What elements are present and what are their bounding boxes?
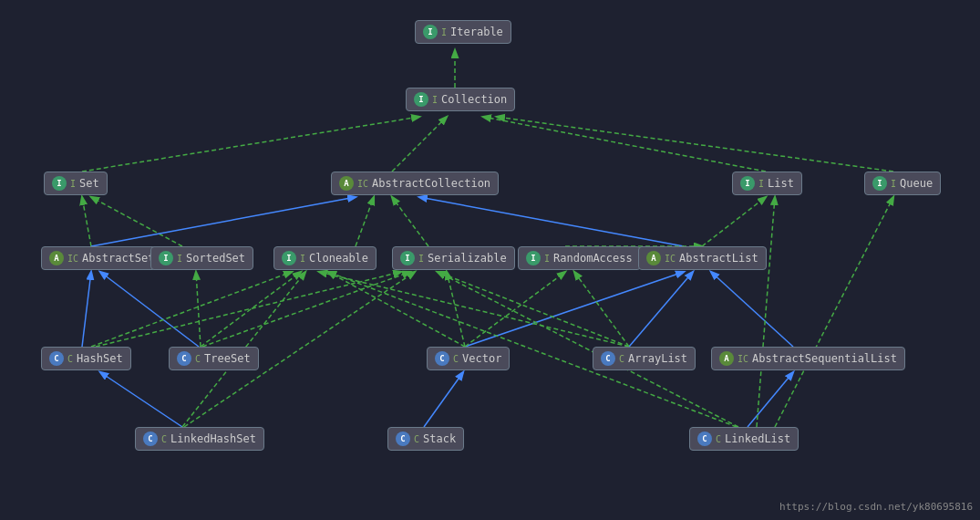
- icon-Cloneable: I: [282, 251, 296, 265]
- icon-AbstractCollection: A: [339, 176, 354, 191]
- svg-line-8: [356, 197, 374, 246]
- svg-line-7: [91, 197, 356, 246]
- svg-line-17: [100, 372, 182, 427]
- icon-Queue: I: [872, 176, 887, 191]
- svg-line-16: [100, 272, 199, 347]
- icon-ArrayList: C: [601, 351, 615, 366]
- tag-SortedSet: I: [177, 254, 182, 264]
- svg-line-1: [82, 117, 419, 172]
- node-SortedSet: IISortedSet: [150, 246, 253, 270]
- label-List: List: [768, 177, 794, 190]
- node-Queue: IIQueue: [864, 172, 941, 195]
- icon-AbstractList: A: [646, 251, 661, 265]
- svg-line-15: [196, 272, 201, 347]
- svg-line-34: [96, 272, 401, 347]
- icon-RandomAccess: I: [526, 251, 541, 265]
- icon-AbstractSequentialList: A: [719, 351, 734, 366]
- svg-line-22: [424, 372, 463, 427]
- node-ArrayList: CCArrayList: [593, 347, 696, 370]
- svg-line-19: [328, 272, 465, 347]
- label-TreeSet: TreeSet: [204, 352, 251, 365]
- label-Collection: Collection: [441, 93, 507, 106]
- label-Serializable: Serializable: [428, 252, 507, 265]
- icon-Collection: I: [414, 92, 428, 107]
- icon-SortedSet: I: [159, 251, 173, 265]
- icon-LinkedHashSet: C: [143, 432, 158, 446]
- tag-ArrayList: C: [619, 354, 624, 364]
- icon-HashSet: C: [49, 351, 64, 366]
- tag-Set: I: [70, 179, 76, 189]
- label-Iterable: Iterable: [450, 26, 503, 38]
- icon-TreeSet: C: [177, 351, 191, 366]
- svg-line-20: [447, 272, 465, 347]
- tag-List: I: [758, 179, 764, 189]
- svg-line-28: [748, 372, 793, 427]
- svg-line-9: [392, 197, 428, 246]
- tag-HashSet: C: [67, 354, 73, 364]
- label-Cloneable: Cloneable: [309, 252, 368, 265]
- tag-Collection: I: [432, 95, 438, 105]
- svg-line-21: [465, 272, 565, 347]
- svg-line-30: [775, 197, 893, 427]
- tag-TreeSet: C: [195, 354, 201, 364]
- node-AbstractList: AICAbstractList: [638, 246, 767, 270]
- label-AbstractSet: AbstractSet: [82, 252, 154, 265]
- tag-Vector: C: [453, 354, 459, 364]
- svg-line-3: [483, 117, 766, 172]
- label-ArrayList: ArrayList: [628, 352, 687, 365]
- node-TreeSet: CCTreeSet: [169, 347, 259, 370]
- label-Stack: Stack: [423, 432, 456, 445]
- label-Set: Set: [79, 177, 99, 190]
- node-Serializable: IISerializable: [392, 246, 515, 270]
- svg-line-18: [465, 272, 684, 347]
- node-LinkedHashSet: CCLinkedHashSet: [135, 427, 264, 451]
- icon-Serializable: I: [400, 251, 415, 265]
- svg-line-24: [319, 272, 629, 347]
- svg-line-27: [711, 272, 793, 347]
- svg-line-4: [497, 117, 893, 172]
- svg-line-10: [702, 197, 766, 246]
- label-AbstractList: AbstractList: [679, 252, 758, 265]
- label-RandomAccess: RandomAccess: [553, 252, 633, 265]
- svg-line-11: [419, 197, 684, 246]
- label-Queue: Queue: [900, 177, 933, 190]
- node-List: IIList: [732, 172, 802, 195]
- icon-Vector: C: [435, 351, 449, 366]
- node-AbstractCollection: AICAbstractCollection: [331, 172, 499, 195]
- icon-AbstractSet: A: [49, 251, 64, 265]
- svg-line-25: [438, 272, 629, 347]
- icon-Set: I: [52, 176, 67, 191]
- label-AbstractSequentialList: AbstractSequentialList: [752, 352, 897, 365]
- icon-LinkedList: C: [697, 432, 712, 446]
- icon-Iterable: I: [423, 25, 438, 39]
- node-Cloneable: IICloneable: [273, 246, 377, 270]
- tag-LinkedHashSet: C: [161, 434, 167, 444]
- icon-List: I: [740, 176, 755, 191]
- node-LinkedList: CCLinkedList: [689, 427, 799, 451]
- icon-Stack: C: [396, 432, 410, 446]
- tag-AbstractSequentialList: IC: [738, 354, 748, 364]
- node-Set: IISet: [44, 172, 108, 195]
- tag-Serializable: I: [418, 254, 424, 264]
- tag-Queue: I: [891, 179, 896, 189]
- node-Iterable: IIIterable: [415, 20, 511, 44]
- label-SortedSet: SortedSet: [186, 252, 245, 265]
- tag-LinkedList: C: [716, 434, 721, 444]
- node-HashSet: CCHashSet: [41, 347, 131, 370]
- svg-line-29: [757, 197, 775, 427]
- diagram: IIIterableIICollectionIISetAICAbstractCo…: [0, 0, 980, 520]
- label-LinkedHashSet: LinkedHashSet: [170, 432, 256, 445]
- node-Stack: CCStack: [387, 427, 464, 451]
- node-AbstractSequentialList: AICAbstractSequentialList: [711, 347, 905, 370]
- tag-Stack: C: [414, 434, 419, 444]
- tag-RandomAccess: I: [544, 254, 550, 264]
- tag-AbstractSet: IC: [67, 254, 78, 264]
- tag-Cloneable: I: [300, 254, 305, 264]
- node-AbstractSet: AICAbstractSet: [41, 246, 163, 270]
- label-AbstractCollection: AbstractCollection: [372, 177, 490, 190]
- svg-line-2: [392, 117, 447, 172]
- node-Vector: CCVector: [427, 347, 510, 370]
- label-LinkedList: LinkedList: [725, 432, 790, 445]
- svg-line-35: [201, 272, 301, 347]
- label-HashSet: HashSet: [77, 352, 123, 365]
